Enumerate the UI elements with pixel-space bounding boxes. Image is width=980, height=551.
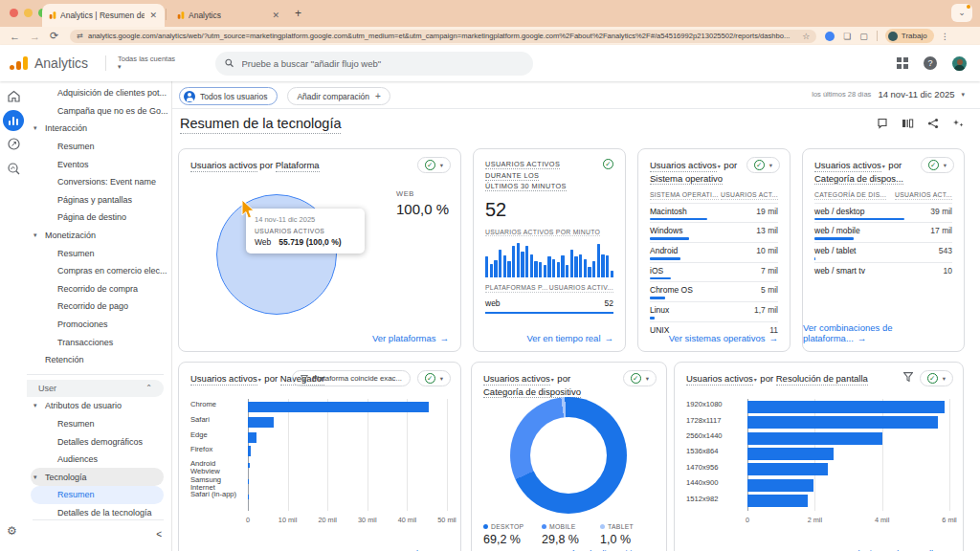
sidebar-item-atributos-de-usuario[interactable]: ▾Atributos de usuario bbox=[27, 397, 171, 415]
view-os-link[interactable]: Ver sistemas operativos→ bbox=[669, 333, 778, 343]
account-switcher[interactable]: Todas las cuentas ▾ bbox=[105, 55, 175, 71]
analytics-logo-icon[interactable] bbox=[10, 56, 28, 70]
user-avatar[interactable] bbox=[952, 56, 967, 71]
sidebar-item-recorrido-de-compra[interactable]: Recorrido de compra bbox=[27, 280, 171, 298]
share-icon[interactable] bbox=[927, 118, 939, 129]
sidebar-item-audiences[interactable]: Audiences bbox=[27, 451, 171, 469]
forward-button[interactable]: → bbox=[30, 31, 40, 42]
data-quality-badge[interactable]: ✓▾ bbox=[623, 370, 657, 386]
column-header[interactable]: PLATAFORMAS P... bbox=[485, 284, 548, 293]
close-tab-icon[interactable]: ✕ bbox=[272, 11, 279, 20]
sidebar-item-compras-en-comercio-elec[interactable]: Compras en comercio elec... bbox=[27, 262, 171, 280]
sidebar-item-campa-a-que-no-es-de-go[interactable]: Campaña que no es de Go... bbox=[27, 102, 171, 121]
dimension-label[interactable]: Categoría de dispos... bbox=[814, 173, 903, 186]
sidebar-item-p-ginas-y-pantallas[interactable]: Páginas y pantallas bbox=[27, 191, 171, 209]
column-header[interactable]: SISTEMA OPERATI... bbox=[650, 191, 719, 200]
compare-reports-icon[interactable] bbox=[902, 118, 914, 129]
sidebar-item-tecnolog-a[interactable]: ▾Tecnología bbox=[31, 468, 164, 486]
sidebar-item-resumen[interactable]: Resumen bbox=[27, 415, 171, 433]
sidebar-item-detalles-de-la-tecnolog-a[interactable]: Detalles de la tecnología bbox=[27, 504, 171, 522]
sidebar-item-retenci-n[interactable]: Retención bbox=[27, 351, 171, 369]
search-input[interactable] bbox=[242, 58, 524, 69]
sidebar-item-p-gina-de-destino[interactable]: Página de destino bbox=[27, 209, 171, 227]
reports-icon[interactable] bbox=[3, 110, 24, 131]
new-tab-button[interactable]: + bbox=[295, 7, 301, 20]
column-header[interactable]: USUARIOS ACT... bbox=[721, 191, 778, 200]
dimension-label[interactable]: Plataforma bbox=[276, 160, 320, 172]
sidebar-item-monetizaci-n[interactable]: ▾Monetización bbox=[27, 227, 171, 245]
search-bar[interactable] bbox=[215, 52, 533, 76]
bar bbox=[248, 417, 274, 428]
check-icon[interactable]: ✓ bbox=[603, 159, 613, 169]
browser-tab-inactive[interactable]: Analytics ✕ bbox=[170, 4, 287, 27]
metric-label[interactable]: Usuarios activos bbox=[190, 160, 257, 172]
data-quality-badge[interactable]: ✓▾ bbox=[746, 157, 780, 173]
sidebar-item-resumen[interactable]: Resumen bbox=[27, 138, 171, 156]
sidebar-item-adquisici-n-de-clientes-pot[interactable]: Adquisición de clientes pot... bbox=[27, 84, 171, 102]
sidebar-item-recorrido-de-pago[interactable]: Recorrido de pago bbox=[27, 298, 171, 316]
close-window-icon[interactable] bbox=[10, 9, 18, 17]
metric-label[interactable]: Usuarios activos bbox=[814, 160, 881, 172]
help-icon[interactable]: ? bbox=[924, 56, 937, 70]
column-header[interactable]: USUARIOS ACT... bbox=[895, 191, 952, 200]
sidebar-item-eventos[interactable]: Eventos bbox=[27, 155, 171, 173]
audience-chip[interactable]: Todos los usuarios bbox=[179, 87, 278, 105]
data-quality-badge[interactable]: ✓▾ bbox=[921, 157, 954, 173]
filter-chip[interactable]: Plataforma coincide exac... bbox=[292, 370, 411, 386]
browser-tab-active[interactable]: Analytics | Resumen de la tec ✕ bbox=[42, 4, 165, 27]
sidebar-item-user[interactable]: User⌃ bbox=[27, 380, 164, 398]
sidebar-item-conversions-event-name[interactable]: Conversions: Event name bbox=[27, 173, 171, 191]
browser-profile-chip[interactable]: Trabajo bbox=[885, 29, 934, 43]
site-info-icon[interactable]: ⇄ bbox=[77, 32, 83, 40]
data-quality-badge[interactable]: ✓▾ bbox=[417, 370, 451, 386]
explore-icon[interactable] bbox=[7, 137, 21, 151]
sidebar-item-resumen[interactable]: Resumen bbox=[31, 486, 164, 504]
close-tab-icon[interactable]: ✕ bbox=[149, 11, 157, 20]
column-header[interactable]: USUARIOS ACTIV... bbox=[549, 284, 613, 293]
active-users-count: 52 bbox=[485, 199, 613, 221]
url-bar[interactable]: ⇄ analytics.google.com/analytics/web/?ut… bbox=[70, 30, 816, 43]
metric-value: 19 mil bbox=[756, 207, 778, 216]
add-comparison-chip[interactable]: Añadir comparación + bbox=[287, 87, 390, 105]
sidebar-item-interacci-n[interactable]: ▾Interacción bbox=[27, 120, 171, 138]
extensions-puzzle-icon[interactable]: ▢ bbox=[859, 32, 868, 41]
sidebar-item-promociones[interactable]: Promociones bbox=[27, 316, 171, 334]
sidebar-item-resumen[interactable]: Resumen bbox=[27, 244, 171, 262]
view-realtime-link[interactable]: Ver en tiempo real→ bbox=[526, 333, 613, 343]
advertising-icon[interactable] bbox=[7, 162, 21, 176]
feedback-icon[interactable] bbox=[877, 118, 888, 129]
tab-search-button[interactable]: ⌄ bbox=[951, 4, 972, 22]
dimension-label[interactable]: Resolución de pantalla bbox=[776, 373, 868, 386]
tab-separator bbox=[166, 9, 167, 20]
metric-label[interactable]: Usuarios activos bbox=[483, 373, 550, 386]
arrow-right-icon: → bbox=[440, 333, 450, 343]
collapse-sidebar-icon[interactable]: < bbox=[156, 529, 162, 540]
view-combos-link[interactable]: Ver combinaciones de plataforma...→ bbox=[803, 322, 952, 343]
bookmark-star-icon[interactable]: ☆ bbox=[802, 32, 810, 41]
dimension-label[interactable]: Sistema operativo bbox=[650, 173, 723, 186]
reload-button[interactable]: ⟳ bbox=[50, 30, 58, 42]
sidebar-item-label: Interacción bbox=[45, 123, 87, 133]
data-quality-badge[interactable]: ✓▾ bbox=[920, 370, 953, 386]
date-range-picker[interactable]: los últimos 28 días 14 nov-11 dic 2025 ▾ bbox=[812, 89, 965, 99]
sidebar-item-transacciones[interactable]: Transacciones bbox=[27, 333, 171, 351]
insights-icon[interactable] bbox=[952, 118, 965, 129]
column-header[interactable]: CATEGORÍA DE DIS... bbox=[814, 191, 886, 200]
chevron-down-icon: ▾ bbox=[943, 375, 946, 383]
metric-label[interactable]: Usuarios activos bbox=[686, 373, 753, 386]
view-platforms-link[interactable]: Ver plataformas→ bbox=[372, 333, 449, 343]
browser-menu-icon[interactable]: ⋮ bbox=[941, 32, 949, 41]
admin-gear-icon[interactable]: ⚙ bbox=[7, 524, 17, 538]
extension-gray-icon[interactable]: ❏ bbox=[843, 32, 851, 41]
metric-label[interactable]: Usuarios activos bbox=[190, 373, 257, 386]
metric-label[interactable]: Usuarios activos bbox=[650, 160, 717, 172]
sidebar-item-detalles-demogr-ficos[interactable]: Detalles demográficos bbox=[27, 432, 171, 451]
data-quality-badge[interactable]: ✓▾ bbox=[417, 157, 451, 173]
funnel-icon[interactable] bbox=[903, 372, 913, 382]
apps-grid-icon[interactable] bbox=[897, 57, 908, 69]
minimize-window-icon[interactable] bbox=[24, 9, 33, 17]
back-button[interactable]: ← bbox=[10, 31, 20, 42]
home-icon[interactable] bbox=[7, 89, 21, 103]
extension-blue-icon[interactable] bbox=[825, 32, 835, 41]
sidebar-item-label: Monetización bbox=[45, 231, 96, 240]
